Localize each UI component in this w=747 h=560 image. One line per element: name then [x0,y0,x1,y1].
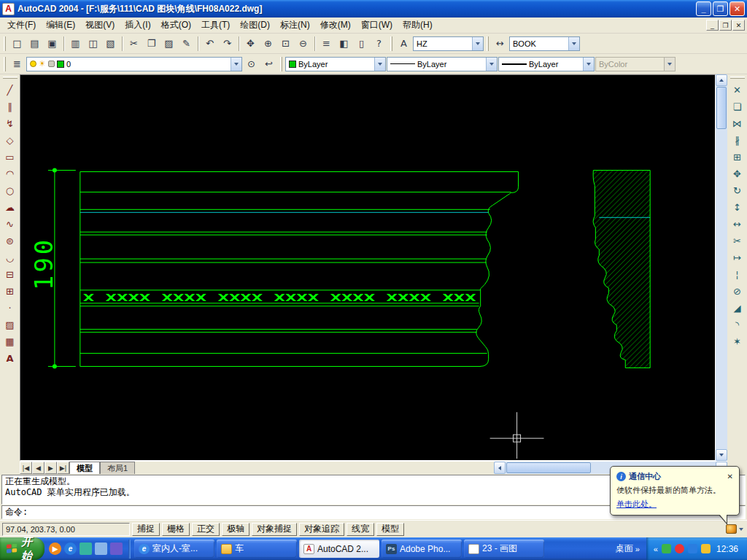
toolbar-grip[interactable] [730,77,745,79]
construction-line-button[interactable]: ∥ [1,98,18,114]
messenger-icon[interactable] [80,542,92,555]
trim-button[interactable]: ✂ [729,233,746,249]
arc-button[interactable]: ◠ [1,166,18,182]
copy-button[interactable]: ❐ [143,36,160,52]
task-button-autocad[interactable]: A AutoCAD 2... [299,540,379,558]
overflow-chevron-icon[interactable]: » [635,545,640,553]
make-block-button[interactable]: ⊞ [1,283,18,299]
fillet-button[interactable]: ◝ [729,316,746,332]
snap-toggle[interactable]: 捕捉 [132,523,160,536]
stretch-button[interactable]: ↔ [729,216,746,232]
scroll-left-button[interactable] [494,462,506,474]
network-tray-icon[interactable] [688,544,697,553]
erase-button[interactable]: ✕ [729,82,746,98]
start-button[interactable]: 开始 [0,537,44,560]
layer-combo[interactable]: ☀ 0 [26,57,242,71]
plot-button[interactable]: ▥ [67,36,84,52]
task-button-browser[interactable]: e 室内人-室... [134,540,214,558]
publish-button[interactable]: ▧ [102,36,119,52]
zoom-previous-button[interactable]: ⊖ [295,36,311,52]
open-button[interactable]: ▤ [26,36,43,52]
chamfer-button[interactable]: ◢ [729,300,746,316]
dropdown-arrow-button[interactable] [583,58,594,71]
tab-layout1[interactable]: 布局1 [100,462,135,474]
model-paper-toggle[interactable]: 模型 [376,523,404,536]
linetype-combo[interactable]: ByLayer [387,57,498,71]
menu-window[interactable]: 窗口(W) [356,18,398,33]
redo-button[interactable]: ↷ [219,36,236,52]
previous-tab-button[interactable]: ◀ [32,462,44,474]
close-button[interactable]: ✕ [729,1,745,16]
line-button[interactable]: ╱ [1,82,18,98]
lineweight-toggle[interactable]: 线宽 [347,523,374,536]
coordinate-readout[interactable]: 97.04, 203.73, 0.00 [2,523,130,536]
text-style-combo[interactable]: HZ [413,36,484,51]
ellipse-arc-button[interactable]: ◡ [1,249,18,265]
hatch-button[interactable]: ▨ [1,316,18,332]
mdi-restore-button[interactable]: ❐ [719,20,732,31]
dropdown-arrow-button[interactable] [374,58,385,71]
toolbar-grip[interactable] [487,36,489,51]
balloon-close-icon[interactable]: ✕ [727,472,733,481]
move-button[interactable]: ✥ [729,166,746,182]
color-combo[interactable]: ByLayer [285,57,386,71]
dim-style-combo[interactable]: BOOK [509,36,580,51]
array-button[interactable]: ⊞ [729,149,746,165]
point-button[interactable]: · [1,300,18,316]
undo-button[interactable]: ↶ [201,36,218,52]
menu-modify[interactable]: 修改(M) [315,18,356,33]
polar-toggle[interactable]: 极轴 [222,523,249,536]
layer-lock-icon[interactable] [48,61,55,67]
break-at-point-button[interactable]: ¦ [729,266,746,282]
lineweight-combo[interactable]: ByLayer [498,57,595,71]
rotate-button[interactable]: ↻ [729,182,746,198]
next-tab-button[interactable]: ▶ [44,462,57,474]
dropdown-arrow-button[interactable] [568,37,579,50]
vertical-scrollbar[interactable] [716,74,727,461]
toolbar-grip[interactable] [4,57,6,71]
layer-previous-button[interactable]: ↩ [260,56,277,72]
osnap-toggle[interactable]: 对象捕捉 [252,523,297,536]
task-button-photoshop[interactable]: Ps Adobe Pho... [382,540,462,558]
zoom-window-button[interactable]: ⊡ [277,36,294,52]
menu-help[interactable]: 帮助(H) [398,18,438,33]
last-tab-button[interactable]: ▶| [57,462,69,474]
offset-button[interactable]: ∦ [729,132,746,148]
tool-palettes-button[interactable]: ▯ [353,36,370,52]
help-button[interactable]: ? [371,36,387,52]
desktop-toolbar[interactable]: 桌面 » [611,542,644,555]
menu-file[interactable]: 文件(F) [2,18,41,33]
vertical-scroll-thumb[interactable] [716,87,727,129]
toolbar-grip[interactable] [4,36,6,51]
menu-dimension[interactable]: 标注(N) [275,18,315,33]
alert-tray-icon[interactable] [675,544,684,553]
ellipse-button[interactable]: ⊜ [1,233,18,249]
make-object-layer-current-button[interactable]: ⊙ [243,56,260,72]
new-button[interactable]: □ [9,36,26,52]
layer-properties-manager-button[interactable]: ≣ [9,56,26,72]
menu-draw[interactable]: 绘图(D) [235,18,275,33]
copy-object-button[interactable]: ❏ [729,98,746,114]
model-space-canvas[interactable]: X XXXX XXXX XXXX XXXX XXXX XXXX XXX 190 [20,74,716,461]
toolbar-grip[interactable] [390,36,392,51]
paste-button[interactable]: ▨ [160,36,177,52]
minimize-button[interactable]: _ [696,1,711,16]
explode-button[interactable]: ✶ [729,333,746,349]
break-button[interactable]: ⊘ [729,283,746,299]
wizard-icon[interactable] [110,542,123,555]
show-desktop-icon[interactable] [95,542,107,555]
match-properties-button[interactable]: ✎ [178,36,195,52]
scale-button[interactable]: ↕ [729,199,746,215]
pan-button[interactable]: ✥ [242,36,259,52]
insert-block-button[interactable]: ⊟ [1,266,18,282]
scroll-down-button[interactable] [716,449,727,461]
polyline-button[interactable]: ↯ [1,115,18,131]
first-tab-button[interactable]: |◀ [20,462,32,474]
tray-chevron-icon[interactable]: « [654,545,658,553]
design-center-button[interactable]: ◧ [336,36,352,52]
balloon-click-here-link[interactable]: 单击此处。 [616,499,657,508]
zoom-realtime-button[interactable]: ⊕ [260,36,276,52]
text-style-icon[interactable]: A [395,36,412,52]
save-button[interactable]: ▣ [44,36,61,52]
cut-button[interactable]: ✂ [125,36,142,52]
